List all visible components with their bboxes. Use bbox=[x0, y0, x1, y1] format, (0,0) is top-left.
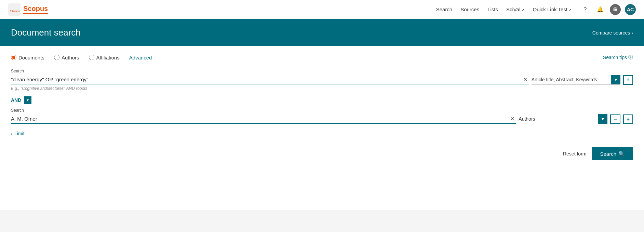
search-field-group-2: Search ✕ Authors ▾ − + bbox=[11, 108, 633, 124]
search-label-2: Search bbox=[11, 108, 633, 113]
limit-row: › Limit bbox=[11, 131, 633, 136]
notifications-button[interactable]: 🔔 bbox=[595, 4, 606, 15]
nav-scival[interactable]: SciVal bbox=[506, 6, 524, 12]
chevron-right-icon: › bbox=[11, 131, 12, 136]
search-type-select-2: Authors ▾ bbox=[519, 114, 607, 124]
logo-area: Elsevier Scopus bbox=[8, 3, 48, 16]
help-circle-icon: ⓘ bbox=[628, 54, 633, 60]
radio-affiliations[interactable]: Affiliations bbox=[89, 55, 120, 60]
banner: Document search Compare sources › bbox=[0, 19, 644, 46]
search-tips-link[interactable]: Search tips ⓘ bbox=[603, 54, 633, 60]
clear-button-2[interactable]: ✕ bbox=[509, 115, 516, 123]
connector-dropdown[interactable]: ▾ bbox=[24, 96, 31, 104]
radio-documents[interactable]: Documents bbox=[11, 55, 44, 60]
search-input-1[interactable] bbox=[11, 75, 529, 84]
connector-label: AND bbox=[11, 97, 21, 103]
search-input-wrap-2: ✕ bbox=[11, 114, 516, 124]
search-button[interactable]: Search 🔍 bbox=[592, 147, 633, 160]
search-type-select-1: Article title, Abstract, Keywords ▾ bbox=[532, 75, 620, 85]
radio-authors[interactable]: Authors bbox=[54, 55, 79, 60]
add-search-row-button-2[interactable]: + bbox=[623, 114, 633, 124]
action-row: Reset form Search 🔍 bbox=[11, 147, 633, 160]
logo-text: Scopus bbox=[23, 5, 48, 14]
search-row-2: ✕ Authors ▾ − + bbox=[11, 114, 633, 124]
main-content: Documents Authors Affiliations Advanced … bbox=[0, 46, 644, 210]
advanced-link[interactable]: Advanced bbox=[129, 55, 152, 60]
compare-sources-link[interactable]: Compare sources › bbox=[592, 30, 633, 36]
search-type-label-2: Authors bbox=[519, 115, 598, 123]
svg-text:Elsevier: Elsevier bbox=[9, 9, 21, 13]
limit-toggle[interactable]: › Limit bbox=[11, 131, 633, 136]
nav-icons: ? 🔔 🏛 AC bbox=[580, 4, 636, 15]
nav-sources[interactable]: Sources bbox=[460, 6, 479, 12]
scopus-logo-icon: Elsevier bbox=[8, 3, 21, 16]
nav-lists[interactable]: Lists bbox=[487, 6, 498, 12]
nav-links: Search Sources Lists SciVal Quick Link T… bbox=[436, 6, 572, 12]
search-input-2[interactable] bbox=[11, 114, 516, 123]
reset-form-button[interactable]: Reset form bbox=[563, 151, 586, 156]
page-title: Document search bbox=[11, 27, 81, 38]
avatar-button[interactable]: AC bbox=[625, 4, 636, 15]
search-input-wrap-1: ✕ bbox=[11, 75, 529, 84]
search-label-1: Search bbox=[11, 69, 633, 73]
add-search-row-button-1[interactable]: + bbox=[623, 75, 633, 85]
search-type-dropdown-1[interactable]: ▾ bbox=[611, 75, 620, 84]
search-hint-1: E.g., "Cognitive architectures" AND robo… bbox=[11, 86, 633, 91]
nav-search[interactable]: Search bbox=[436, 6, 453, 12]
search-type-dropdown-2[interactable]: ▾ bbox=[598, 114, 607, 124]
help-icon-button[interactable]: ? bbox=[580, 4, 591, 15]
search-row-1: ✕ Article title, Abstract, Keywords ▾ + bbox=[11, 75, 633, 85]
chevron-right-icon: › bbox=[631, 30, 633, 36]
limit-label: Limit bbox=[14, 131, 25, 136]
connector-row: AND ▾ bbox=[11, 96, 633, 104]
topnav: Elsevier Scopus Search Sources Lists Sci… bbox=[0, 0, 644, 19]
search-icon: 🔍 bbox=[618, 151, 625, 157]
clear-button-1[interactable]: ✕ bbox=[522, 76, 529, 83]
nav-quicklink[interactable]: Quick Link Test bbox=[533, 6, 572, 12]
search-field-group-1: Search ✕ Article title, Abstract, Keywor… bbox=[11, 69, 633, 91]
remove-search-row-button[interactable]: − bbox=[610, 114, 620, 124]
search-type-row: Documents Authors Affiliations Advanced … bbox=[11, 54, 633, 60]
search-type-label-1: Article title, Abstract, Keywords bbox=[532, 76, 611, 84]
institution-button[interactable]: 🏛 bbox=[610, 4, 621, 15]
